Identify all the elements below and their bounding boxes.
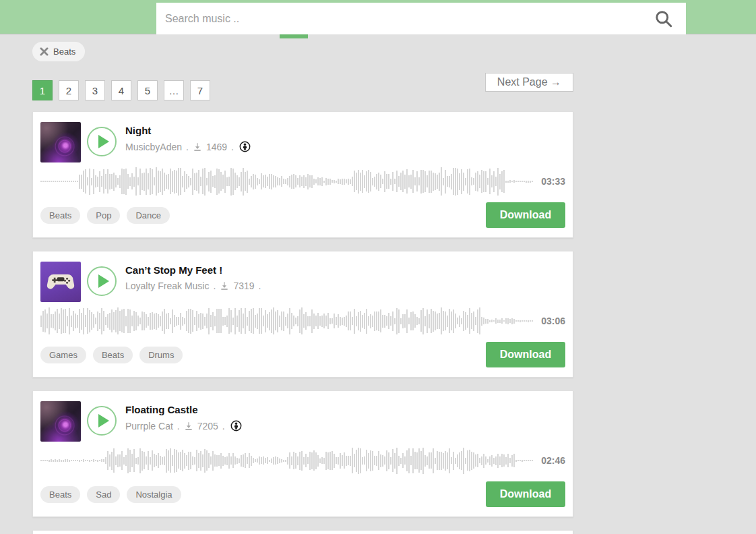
download-count: 1469 xyxy=(206,142,227,152)
tag-pill[interactable]: Beats xyxy=(40,207,80,224)
play-button[interactable] xyxy=(87,127,117,156)
play-icon xyxy=(98,274,109,288)
search-bar xyxy=(156,3,686,34)
page-button-2[interactable]: 2 xyxy=(59,80,79,100)
track-title: Night xyxy=(125,125,251,136)
search-input[interactable] xyxy=(156,3,686,34)
filter-chip-label: Beats xyxy=(53,47,75,57)
play-icon xyxy=(98,414,109,427)
pagination: 12345…7 xyxy=(32,80,210,100)
header-accent-tab xyxy=(280,34,308,38)
meta-separator: . xyxy=(213,280,216,291)
attribution-icon[interactable] xyxy=(230,420,242,432)
track-thumbnail xyxy=(40,122,81,162)
track-thumbnail xyxy=(40,262,81,302)
meta-separator: . xyxy=(259,280,261,291)
track-duration: 03:06 xyxy=(534,316,565,326)
page-button-7[interactable]: 7 xyxy=(190,80,210,100)
track-artist[interactable]: Loyalty Freak Music xyxy=(125,280,209,291)
download-count-icon xyxy=(220,281,229,291)
meta-separator: . xyxy=(177,421,180,432)
page-button-1[interactable]: 1 xyxy=(32,80,53,100)
page-button-5[interactable]: 5 xyxy=(137,80,158,100)
track-artist[interactable]: MusicbyAden xyxy=(125,142,182,152)
tag-pill[interactable]: Dance xyxy=(127,207,170,224)
tag-pill[interactable]: Beats xyxy=(93,347,133,363)
play-button[interactable] xyxy=(87,266,117,296)
filter-chip-beats[interactable]: Beats xyxy=(32,42,85,61)
page-button-4[interactable]: 4 xyxy=(111,80,131,100)
play-button[interactable] xyxy=(87,406,117,436)
tag-pill[interactable]: Drums xyxy=(139,347,183,363)
waveform[interactable] xyxy=(40,306,534,336)
meta-separator: . xyxy=(186,142,189,152)
track-title: Floating Castle xyxy=(125,404,242,415)
tag-list: BeatsSadNostalgia xyxy=(40,486,181,503)
tag-pill[interactable]: Games xyxy=(40,347,86,363)
track-artist[interactable]: Purrple Cat xyxy=(125,421,173,432)
download-count: 7319 xyxy=(233,280,254,291)
download-count: 7205 xyxy=(197,421,218,432)
download-button[interactable]: Download xyxy=(486,481,565,507)
track-title: Can’t Stop My Feet ! xyxy=(125,264,261,276)
tag-pill[interactable]: Pop xyxy=(87,207,120,224)
attribution-icon[interactable] xyxy=(239,141,251,152)
remove-filter-icon[interactable] xyxy=(40,47,49,56)
download-button[interactable]: Download xyxy=(486,342,565,367)
tag-list: BeatsPopDance xyxy=(40,207,170,224)
track-duration: 03:33 xyxy=(534,176,565,187)
page-button-3[interactable]: 3 xyxy=(85,80,105,100)
track-card-partial xyxy=(32,530,573,534)
meta-separator: . xyxy=(231,142,234,152)
meta-separator: . xyxy=(222,421,225,432)
search-icon[interactable] xyxy=(654,9,674,29)
track-duration: 02:46 xyxy=(534,455,565,466)
track-card: Night MusicbyAden . 1469 . xyxy=(32,111,573,238)
tag-pill[interactable]: Sad xyxy=(87,486,120,503)
download-count-icon xyxy=(184,421,193,431)
play-icon xyxy=(98,135,109,148)
waveform[interactable] xyxy=(40,446,534,475)
tag-pill[interactable]: Nostalgia xyxy=(127,486,181,503)
tag-pill[interactable]: Beats xyxy=(40,486,80,503)
download-count-icon xyxy=(193,142,202,152)
tag-list: GamesBeatsDrums xyxy=(40,347,183,363)
header-bar xyxy=(0,0,756,34)
page-ellipsis[interactable]: … xyxy=(164,80,184,100)
track-thumbnail xyxy=(40,401,81,442)
track-card: Floating Castle Purrple Cat . 7205 . xyxy=(32,390,573,517)
download-button[interactable]: Download xyxy=(486,202,565,228)
track-card: Can’t Stop My Feet ! Loyalty Freak Music… xyxy=(32,251,573,378)
next-page-button[interactable]: Next Page → xyxy=(485,73,573,92)
waveform[interactable] xyxy=(40,167,534,196)
